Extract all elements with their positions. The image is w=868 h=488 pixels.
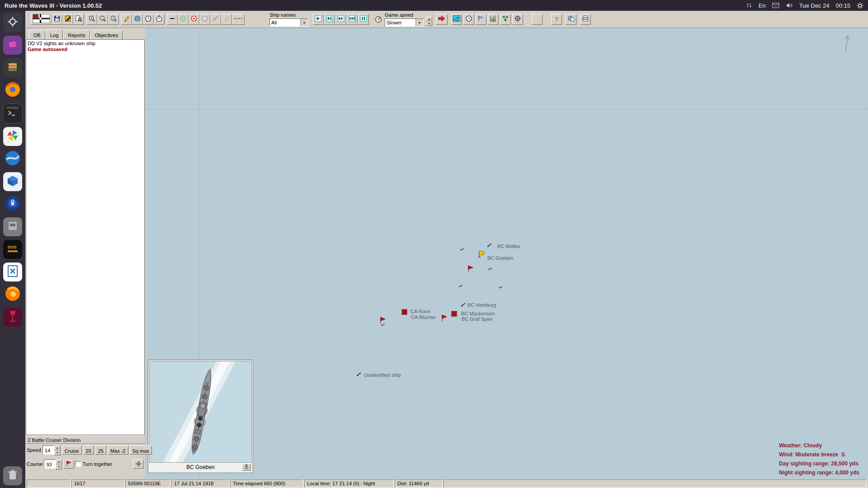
tab-ob[interactable]: OB: [29, 30, 45, 39]
fastest-button[interactable]: [347, 14, 358, 25]
map-marker-square-red[interactable]: [401, 309, 407, 317]
dock-item-terminal[interactable]: [3, 103, 23, 123]
dock-item-trash[interactable]: [3, 466, 22, 485]
map-marker-ship[interactable]: [356, 371, 362, 379]
stopwatch-button[interactable]: [154, 14, 165, 25]
dock-item-office-doc[interactable]: [3, 263, 22, 282]
session-gear-icon[interactable]: [857, 2, 863, 9]
sq-max-button[interactable]: Sq max: [130, 446, 152, 455]
map-marker-square-red[interactable]: [451, 310, 457, 319]
map-marker-dash[interactable]: [459, 286, 462, 286]
fast-forward-button[interactable]: [335, 14, 346, 25]
course-stepper[interactable]: 93 ▲▼: [44, 460, 62, 469]
dock-item-wine[interactable]: [3, 308, 22, 327]
tab-reports[interactable]: Reports: [63, 30, 90, 39]
tab-log[interactable]: Log: [46, 29, 63, 39]
dock-item-internet[interactable]: [3, 150, 22, 169]
map-marker-dash[interactable]: [488, 268, 492, 269]
ship-names-select[interactable]: All ▼: [269, 19, 308, 27]
end-turn-button[interactable]: [436, 14, 448, 25]
german-ensign-icon: [33, 14, 50, 25]
map-marker-dash[interactable]: [381, 324, 385, 325]
speed-stepper[interactable]: 14 ▲▼: [42, 446, 61, 455]
network-arrows-icon[interactable]: [746, 2, 752, 9]
game-speed-select[interactable]: Slower ▼: [385, 19, 424, 27]
remove-button[interactable]: [167, 14, 178, 25]
map-marker-dash[interactable]: [499, 287, 502, 288]
clock-date[interactable]: Tue Dec 24: [799, 2, 830, 9]
dock-item-firefox[interactable]: [3, 285, 22, 304]
division-settings-button[interactable]: [133, 460, 144, 469]
dock-item-virtualbox[interactable]: [3, 172, 22, 191]
gear-icon: [7, 16, 19, 29]
web-manual-button[interactable]: [566, 14, 576, 25]
print-button[interactable]: [580, 14, 591, 25]
find-ship-button[interactable]: [73, 14, 84, 25]
ship-viewer-name: BC Goeben: [186, 464, 215, 470]
spin-up-icon[interactable]: ▲▼: [54, 446, 61, 455]
map-marker-dash[interactable]: [460, 249, 464, 250]
max-minus-2-button[interactable]: Max -2: [108, 446, 128, 455]
set-course-flag-button[interactable]: [63, 460, 74, 469]
red-marker-button[interactable]: [189, 14, 199, 25]
dock-item-passwords[interactable]: [3, 195, 22, 214]
zoom-area-button[interactable]: [108, 14, 119, 25]
speed-20-button[interactable]: 20: [83, 446, 94, 455]
play-button[interactable]: [324, 14, 335, 25]
mail-icon[interactable]: [772, 3, 779, 8]
tactical-map[interactable]: BC MoltkeBC GoebenBC HamburgCA RoonCA Bl…: [145, 28, 868, 479]
step-button[interactable]: [313, 14, 324, 25]
cruise-button[interactable]: Cruise: [62, 446, 82, 455]
dock-item-archive[interactable]: [3, 217, 22, 236]
map-marker-flag-yellow[interactable]: [478, 250, 485, 260]
clock-button[interactable]: [143, 14, 154, 25]
help-button[interactable]: ?: [551, 14, 562, 25]
tab-objectives[interactable]: Objectives: [90, 30, 123, 39]
line-tool-button[interactable]: [210, 14, 221, 25]
tech-tree-button[interactable]: [500, 14, 511, 25]
pennant-button[interactable]: [476, 14, 486, 25]
volume-icon[interactable]: [786, 2, 793, 9]
map-ship-label: CA Roon: [410, 309, 430, 314]
save-button[interactable]: [52, 14, 62, 25]
log-list[interactable]: DD V2 sights an unknown shipGame autosav…: [26, 39, 145, 435]
draw-button[interactable]: [121, 14, 132, 25]
keyboard-layout-badge[interactable]: En: [759, 2, 766, 9]
dock-item-image-editor[interactable]: [3, 36, 22, 55]
charts-button[interactable]: [488, 14, 499, 25]
map-ship-label: BC Graf Spee: [462, 316, 492, 322]
clock-time[interactable]: 00:15: [835, 2, 850, 9]
zoom-in-button[interactable]: [86, 14, 97, 25]
map-marker-flag-red[interactable]: [467, 265, 474, 275]
chevron-down-icon[interactable]: ▼: [415, 19, 423, 26]
game-speed-label: Game speed: [385, 13, 424, 18]
search-contact-button[interactable]: [512, 14, 523, 25]
dock-item-media-player[interactable]: [3, 127, 22, 146]
dock-item-browser[interactable]: [3, 81, 22, 100]
turn-together-checkbox[interactable]: [75, 461, 81, 467]
zoom-out-button[interactable]: [97, 14, 108, 25]
green-marker-button[interactable]: [178, 14, 189, 25]
game-speed-spinner[interactable]: ▲▼: [426, 17, 432, 26]
map-marker-ship[interactable]: [460, 301, 467, 309]
german-ensign-button[interactable]: [31, 14, 52, 25]
spin-up-icon[interactable]: ▲▼: [56, 460, 62, 469]
anchor-button[interactable]: [242, 464, 251, 471]
globe-button[interactable]: [132, 14, 143, 25]
pause-button[interactable]: [358, 14, 369, 25]
time-button[interactable]: [463, 14, 474, 25]
chevron-down-icon[interactable]: ▼: [300, 19, 308, 26]
spin-up-icon[interactable]: ▲: [426, 17, 432, 21]
dock-item-settings[interactable]: [3, 13, 22, 32]
gray-marker-button[interactable]: [199, 14, 210, 25]
map-marker-flag-red[interactable]: [441, 314, 448, 324]
dock-item-file-manager[interactable]: [3, 58, 22, 77]
spin-down-icon[interactable]: ▼: [426, 21, 432, 26]
signal-book-button[interactable]: [62, 14, 73, 25]
speed-25-button[interactable]: 25: [95, 446, 106, 455]
pencil-disabled-button[interactable]: [221, 14, 232, 25]
map-marker-ship[interactable]: [486, 241, 493, 249]
dotted-line-button[interactable]: [232, 14, 245, 25]
dock-item-dosbox[interactable]: DOS: [3, 240, 22, 259]
map-mode-button[interactable]: [451, 14, 462, 25]
